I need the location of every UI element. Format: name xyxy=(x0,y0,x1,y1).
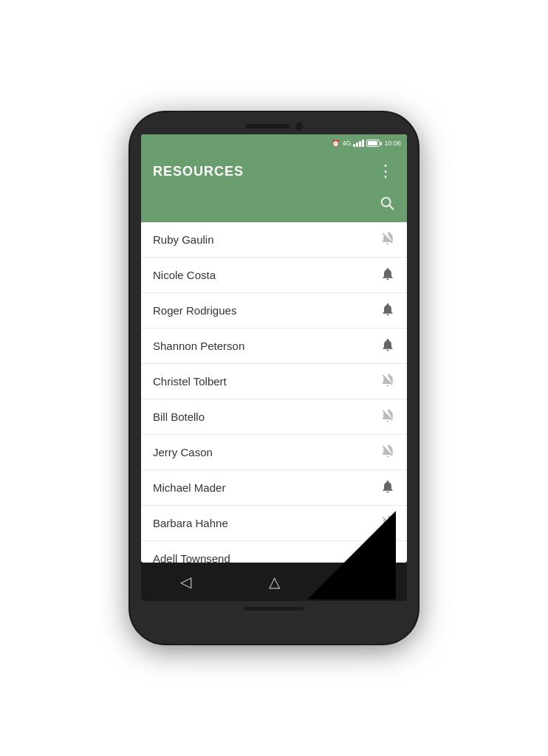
app-title: RESOURCES xyxy=(153,164,244,179)
camera-dot xyxy=(295,123,303,130)
search-button[interactable] xyxy=(379,195,395,215)
contact-name: Bill Botello xyxy=(153,410,205,423)
alarm-icon: ⏰ xyxy=(332,140,340,147)
list-item[interactable]: Christel Tolbert xyxy=(141,364,407,399)
signal-bar-3 xyxy=(359,141,361,147)
list-item[interactable]: Ruby Gaulin xyxy=(141,222,407,258)
svg-line-1 xyxy=(389,205,393,209)
list-item[interactable]: Jerry Cason xyxy=(141,435,407,470)
search-bar xyxy=(141,190,407,222)
bell-muted-icon[interactable] xyxy=(380,515,395,532)
bell-active-icon[interactable] xyxy=(380,302,395,320)
list-item[interactable]: Michael Mader xyxy=(141,470,407,506)
contact-name: Ruby Gaulin xyxy=(153,233,214,246)
signal-bars xyxy=(353,140,364,147)
bottom-grip xyxy=(244,607,304,611)
recent-apps-button[interactable]: □ xyxy=(348,567,377,597)
bell-active-icon[interactable] xyxy=(380,479,395,497)
contact-name: Nicole Costa xyxy=(153,269,216,281)
list-item[interactable]: Barbara Hahne xyxy=(141,506,407,541)
bell-muted-icon[interactable] xyxy=(380,231,395,249)
time-display: 10:06 xyxy=(384,140,401,147)
home-button[interactable]: △ xyxy=(259,567,289,597)
list-item[interactable]: Roger Rodrigues xyxy=(141,293,407,329)
status-icons: ⏰ 4G 10:06 xyxy=(332,140,401,147)
bell-muted-icon[interactable] xyxy=(380,373,395,391)
list-item[interactable]: Nicole Costa xyxy=(141,258,407,293)
status-bar: ⏰ 4G 10:06 xyxy=(141,134,407,152)
battery-body xyxy=(366,140,380,147)
signal-bar-1 xyxy=(353,144,355,147)
contact-name: Barbara Hahne xyxy=(153,517,228,529)
bell-muted-icon[interactable] xyxy=(380,444,395,461)
contact-name: Michael Mader xyxy=(153,481,225,494)
phone-body: ⏰ 4G 10:06 xyxy=(130,112,418,644)
list-item[interactable]: Adell Townsend xyxy=(141,541,407,563)
more-options-button[interactable]: ⋮ xyxy=(377,163,395,179)
contact-list: Ruby Gaulin Nicole Costa Roger Rodrigues… xyxy=(141,222,407,563)
phone-wrapper: ⏰ 4G 10:06 xyxy=(0,0,548,756)
signal-bar-4 xyxy=(362,140,364,147)
app-toolbar: RESOURCES ⋮ xyxy=(141,152,407,190)
bell-active-icon[interactable] xyxy=(380,267,395,284)
back-button[interactable]: ◁ xyxy=(171,567,200,597)
contact-name: Jerry Cason xyxy=(153,446,213,458)
signal-bar-2 xyxy=(356,142,358,147)
battery-icon xyxy=(366,140,382,147)
contact-name: Shannon Peterson xyxy=(153,340,244,352)
list-item[interactable]: Bill Botello xyxy=(141,399,407,435)
network-indicator: 4G xyxy=(342,140,351,147)
bell-active-icon[interactable] xyxy=(380,337,395,355)
contact-name: Adell Townsend xyxy=(153,552,230,563)
bell-active-icon[interactable] xyxy=(380,550,395,563)
contact-name: Christel Tolbert xyxy=(153,375,227,388)
phone-screen: ⏰ 4G 10:06 xyxy=(141,134,407,563)
battery-fill xyxy=(368,141,377,145)
list-item[interactable]: Shannon Peterson xyxy=(141,329,407,364)
speaker-grille xyxy=(245,124,290,128)
phone-top-bar xyxy=(130,123,418,130)
battery-tip xyxy=(380,142,382,145)
contact-name: Roger Rodrigues xyxy=(153,304,236,317)
bottom-nav-bar: ◁ △ □ xyxy=(141,563,407,601)
bell-muted-icon[interactable] xyxy=(380,408,395,426)
